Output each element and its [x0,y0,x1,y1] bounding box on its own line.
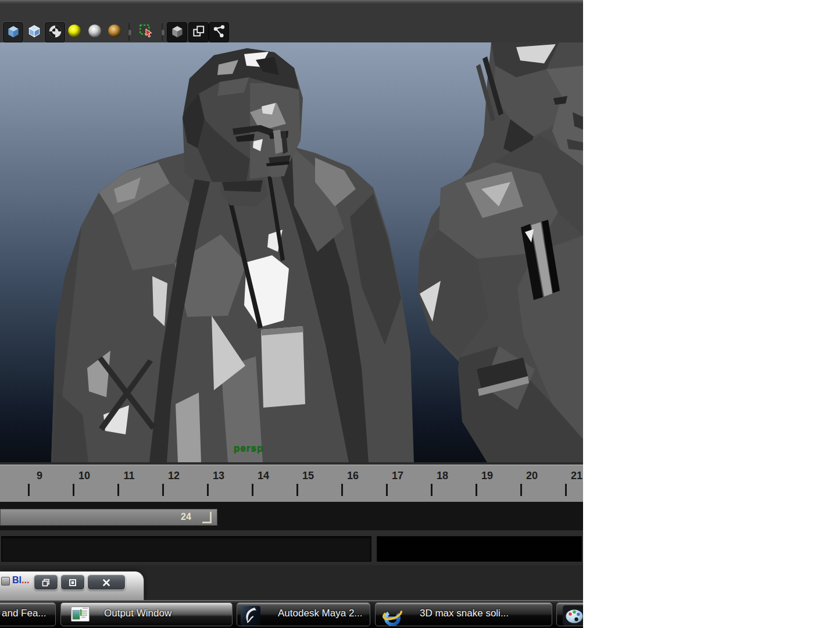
panes-icon [191,24,206,41]
select-tool-button[interactable] [136,22,155,41]
maya-application-window: persp 9101112131415161718192021 24 Bl... [0,0,583,628]
taskbar-item-paint-palette-icon[interactable] [556,602,583,626]
frame-tick [476,484,477,496]
shaded-cube-button[interactable] [3,22,23,42]
frame-tick [520,484,522,496]
frame-number-label: 19 [474,470,500,482]
frame-tick [162,484,164,496]
taskbar-item-label: 3D max snake soli... [420,608,509,619]
light-yellow-button[interactable] [65,22,84,41]
frame-tick [28,484,30,496]
textured-sphere-button[interactable] [45,22,65,42]
frame-number-label: 9 [27,470,52,482]
isolate-cube-icon [170,24,185,41]
command-line-result[interactable] [377,536,582,562]
frame-number-label: 21 [564,470,583,482]
frame-tick [73,484,74,496]
frame-tick [117,484,119,496]
light-white-icon [87,23,102,41]
textured-sphere-icon [48,24,63,41]
floating-window-title: Bl... [12,575,29,586]
panes-button[interactable] [188,22,209,42]
maya-logo-icon [240,605,261,626]
command-line-input[interactable] [1,536,371,562]
desktop-canvas: persp 9101112131415161718192021 24 Bl... [0,0,840,628]
frame-number-label: 12 [161,470,187,482]
perspective-viewport[interactable]: persp [0,42,583,462]
light-white-button[interactable] [85,22,104,41]
frame-number-label: 13 [206,470,231,482]
select-tool-icon [138,23,153,41]
taskbar-item-3d-max-snake-soli[interactable]: 3D max snake soli... [375,602,552,626]
range-end-frame-label: 24 [174,512,198,522]
window-icon [1,577,10,586]
frame-tick [565,484,567,496]
share-button[interactable] [209,22,229,42]
taskbar-item-label: and Fea... [2,608,47,619]
share-icon [212,24,227,41]
toolbar-separator [159,23,165,41]
close-button[interactable] [87,575,126,590]
range-end-handle[interactable] [202,512,212,523]
frame-tick [207,484,209,496]
time-slider[interactable]: 9101112131415161718192021 [0,462,583,507]
shaded-cube-icon [6,24,21,41]
taskbar-item-autodesk-maya-2[interactable]: Autodesk Maya 2... [237,602,370,626]
toolbar-separator [126,23,132,41]
frame-number-label: 18 [430,470,455,482]
isolate-cube-button[interactable] [167,22,187,42]
wireframe-cube-icon [27,23,42,41]
camera-name-label: persp [234,443,263,454]
bottom-strip: Bl... [0,565,583,600]
frame-tick [252,484,253,496]
output-window-icon [70,605,90,625]
taskbar-item-label: Autodesk Maya 2... [278,608,363,619]
side-character-model [417,42,583,462]
restore-button[interactable] [34,575,58,590]
taskbar-item-label: Output Window [104,608,171,619]
viewport-3d-scene [0,42,583,462]
command-line-row [0,530,583,565]
taskbar-item-and-fea[interactable]: and Fea... [0,602,56,626]
frame-tick [341,484,343,496]
paint-palette-icon [563,605,583,626]
frame-tick [296,484,298,496]
viewport-panel-toolbar [0,5,583,43]
maximize-button[interactable] [60,575,85,590]
windows-taskbar: and Fea...Output WindowAutodesk Maya 2..… [0,600,583,628]
light-yellow-icon [67,23,82,41]
range-slider-row: 24 [0,502,583,530]
frame-number-label: 10 [72,470,97,482]
frame-number-label: 17 [385,470,410,482]
frame-number-label: 20 [519,470,545,482]
taskbar-item-output-window[interactable]: Output Window [60,602,233,626]
frame-tick [386,484,388,496]
light-gold-icon [107,23,122,41]
light-gold-button[interactable] [105,22,124,41]
frame-number-label: 14 [251,470,276,482]
playback-range-bar[interactable]: 24 [0,509,217,526]
frame-number-label: 16 [340,470,366,482]
internet-explorer-icon [381,605,404,626]
floating-window-titlebar[interactable]: Bl... [0,571,144,601]
frame-number-label: 11 [116,470,142,482]
frame-tick [431,484,432,496]
wireframe-cube-button[interactable] [24,22,44,41]
frame-number-label: 15 [295,470,321,482]
